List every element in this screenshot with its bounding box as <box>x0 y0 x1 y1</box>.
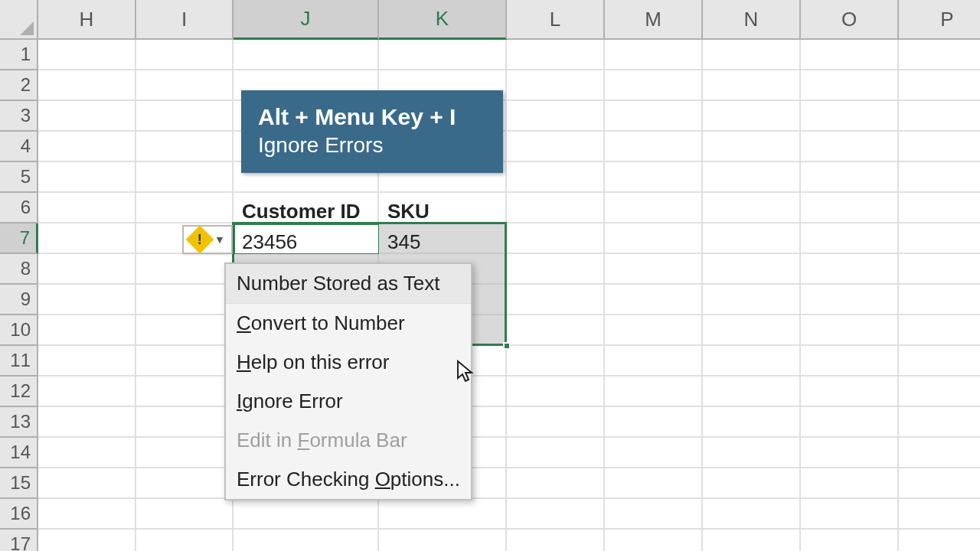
cell-N11[interactable] <box>703 346 801 377</box>
cell-L12[interactable] <box>507 377 605 407</box>
column-header-P[interactable]: P <box>899 0 980 40</box>
cell-L9[interactable] <box>507 285 605 315</box>
cell-N14[interactable] <box>703 438 801 468</box>
cell-I17[interactable] <box>136 530 234 551</box>
cell-O14[interactable] <box>801 438 899 468</box>
cell-N13[interactable] <box>703 407 801 438</box>
cell-O7[interactable] <box>801 223 899 254</box>
cell-H11[interactable] <box>38 346 136 377</box>
cell-O16[interactable] <box>801 499 899 530</box>
cell-M9[interactable] <box>605 285 703 315</box>
cell-M17[interactable] <box>605 530 703 551</box>
cell-O8[interactable] <box>801 254 899 285</box>
row-header-11[interactable]: 11 <box>0 346 38 377</box>
cell-I15[interactable] <box>136 468 234 499</box>
cell-M4[interactable] <box>605 132 703 162</box>
cell-L4[interactable] <box>507 132 605 162</box>
column-header-H[interactable]: H <box>38 0 136 40</box>
cell-H15[interactable] <box>38 468 136 499</box>
cell-L8[interactable] <box>507 254 605 285</box>
cell-O1[interactable] <box>801 40 899 70</box>
cell-L11[interactable] <box>507 346 605 377</box>
menu-item-4[interactable]: Error Checking Options... <box>226 460 471 499</box>
cell-H12[interactable] <box>38 377 136 407</box>
cell-H13[interactable] <box>38 407 136 438</box>
row-header-6[interactable]: 6 <box>0 193 38 223</box>
cell-H8[interactable] <box>38 254 136 285</box>
row-header-16[interactable]: 16 <box>0 499 38 530</box>
cell-J1[interactable] <box>234 40 379 70</box>
cell-N5[interactable] <box>703 162 801 193</box>
row-header-10[interactable]: 10 <box>0 315 38 346</box>
cell-P6[interactable] <box>899 193 980 223</box>
column-header-J[interactable]: J <box>234 0 379 40</box>
cell-L1[interactable] <box>507 40 605 70</box>
cell-H7[interactable] <box>38 223 136 254</box>
cell-I12[interactable] <box>136 377 234 407</box>
cell-I16[interactable] <box>136 499 234 530</box>
cell-N17[interactable] <box>703 530 801 551</box>
cell-L16[interactable] <box>507 499 605 530</box>
cell-H6[interactable] <box>38 193 136 223</box>
cell-N9[interactable] <box>703 285 801 315</box>
column-header-M[interactable]: M <box>605 0 703 40</box>
cell-H1[interactable] <box>38 40 136 70</box>
cell-P9[interactable] <box>899 285 980 315</box>
cell-L3[interactable] <box>507 101 605 132</box>
cell-P5[interactable] <box>899 162 980 193</box>
menu-item-0[interactable]: Convert to Number <box>226 304 471 343</box>
cell-I11[interactable] <box>136 346 234 377</box>
cell-M5[interactable] <box>605 162 703 193</box>
cell-I3[interactable] <box>136 101 234 132</box>
column-header-O[interactable]: O <box>801 0 899 40</box>
cell-H3[interactable] <box>38 101 136 132</box>
cell-I13[interactable] <box>136 407 234 438</box>
row-header-8[interactable]: 8 <box>0 254 38 285</box>
cell-J17[interactable] <box>234 530 379 551</box>
cell-N15[interactable] <box>703 468 801 499</box>
cell-M2[interactable] <box>605 70 703 101</box>
cell-N10[interactable] <box>703 315 801 346</box>
select-all-corner[interactable] <box>0 0 38 40</box>
menu-item-1[interactable]: Help on this error <box>226 343 471 382</box>
cell-O2[interactable] <box>801 70 899 101</box>
cell-P13[interactable] <box>899 407 980 438</box>
cell-H5[interactable] <box>38 162 136 193</box>
cell-O10[interactable] <box>801 315 899 346</box>
cell-P17[interactable] <box>899 530 980 551</box>
cell-N4[interactable] <box>703 132 801 162</box>
row-header-1[interactable]: 1 <box>0 40 38 70</box>
cell-M7[interactable] <box>605 223 703 254</box>
cell-M3[interactable] <box>605 101 703 132</box>
row-header-5[interactable]: 5 <box>0 162 38 193</box>
cell-N8[interactable] <box>703 254 801 285</box>
cell-I6[interactable] <box>136 193 234 223</box>
cell-H14[interactable] <box>38 438 136 468</box>
cell-H9[interactable] <box>38 285 136 315</box>
cell-O11[interactable] <box>801 346 899 377</box>
cell-J16[interactable] <box>234 499 379 530</box>
fill-handle[interactable] <box>503 342 511 350</box>
cell-O5[interactable] <box>801 162 899 193</box>
cell-I8[interactable] <box>136 254 234 285</box>
cell-O17[interactable] <box>801 530 899 551</box>
row-header-9[interactable]: 9 <box>0 285 38 315</box>
cell-H16[interactable] <box>38 499 136 530</box>
cell-M1[interactable] <box>605 40 703 70</box>
cell-L10[interactable] <box>507 315 605 346</box>
cell-M13[interactable] <box>605 407 703 438</box>
cell-P3[interactable] <box>899 101 980 132</box>
row-header-13[interactable]: 13 <box>0 407 38 438</box>
cell-N12[interactable] <box>703 377 801 407</box>
row-header-17[interactable]: 17 <box>0 530 38 551</box>
cell-P15[interactable] <box>899 468 980 499</box>
column-header-N[interactable]: N <box>703 0 801 40</box>
cell-P1[interactable] <box>899 40 980 70</box>
cell-L13[interactable] <box>507 407 605 438</box>
cell-O12[interactable] <box>801 377 899 407</box>
row-header-7[interactable]: 7 <box>0 223 38 254</box>
cell-L7[interactable] <box>507 223 605 254</box>
cell-L5[interactable] <box>507 162 605 193</box>
cell-L14[interactable] <box>507 438 605 468</box>
cell-I9[interactable] <box>136 285 234 315</box>
